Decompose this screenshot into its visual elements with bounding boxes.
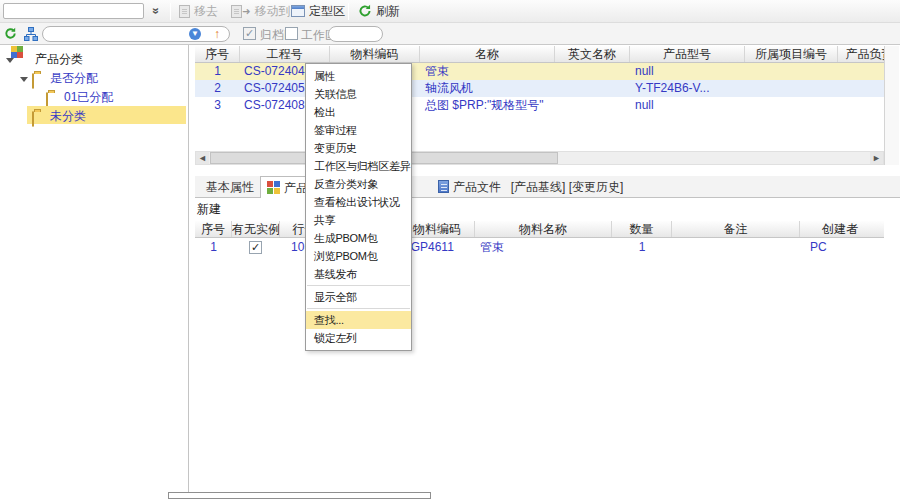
tree-node-unassigned[interactable]: 未分类: [0, 106, 189, 124]
table-row[interactable]: 1 CS-072404 管束 null: [195, 63, 884, 80]
menu-item-generate-pbom[interactable]: 生成PBOM包: [306, 229, 411, 247]
bom-col-remark[interactable]: 备注: [672, 221, 800, 238]
detail-tabbar: 基本属性 产品结构 产品文件 [产品基线] [变更历史]: [195, 176, 900, 198]
bom-cell-name: 管束: [480, 239, 504, 256]
refresh-icon: [358, 4, 372, 18]
menu-item-share[interactable]: 共享: [306, 211, 411, 229]
finalize-area-button[interactable]: 定型区: [288, 2, 348, 20]
finalize-label: 定型区: [309, 3, 345, 20]
remove-button[interactable]: 移去: [176, 2, 221, 20]
bom-row[interactable]: 1 ✓ 10 6GP4611 管束 1 PC: [195, 239, 884, 257]
archive-checkbox[interactable]: ✓: [243, 27, 256, 40]
bom-table-header: 序号 有无实例 行号 物料编码 物料名称 数量 备注 创建者: [195, 221, 884, 238]
menu-item-show-all[interactable]: 显示全部: [306, 288, 411, 306]
filter-input[interactable]: [328, 26, 383, 42]
search-up-icon[interactable]: ↑: [214, 27, 220, 41]
tree-root-label: 产品分类: [35, 51, 83, 68]
hierarchy-icon[interactable]: [24, 27, 38, 41]
filter-toolbar: ▼ ↑ ✓ 归档区 工作区: [0, 23, 900, 45]
table-row[interactable]: 3 CS-072408 总图 $PRP:"规格型号" null: [195, 97, 884, 114]
col-header-eng-no[interactable]: 工程号: [240, 46, 330, 63]
bom-cell-line: 10: [291, 239, 304, 256]
search-down-icon[interactable]: ▼: [189, 28, 201, 40]
instance-checkbox[interactable]: ✓: [249, 241, 262, 254]
file-icon: [438, 180, 449, 193]
remove-page-icon: [179, 5, 190, 18]
product-table-header: 序号 工程号 物料编码 名称 英文名称 产品型号 所属项目编号 产品负责人: [195, 46, 884, 63]
horizontal-scrollbar[interactable]: ◄ ►: [195, 151, 884, 165]
toolbar-separator: [348, 3, 349, 20]
scroll-left-icon[interactable]: ◄: [196, 152, 209, 164]
panel-splitter[interactable]: [188, 45, 189, 499]
col-header-name[interactable]: 名称: [420, 46, 555, 63]
menu-item-browse-pbom[interactable]: 浏览PBOM包: [306, 247, 411, 265]
tree-assigned-label: 01已分配: [64, 89, 113, 106]
tab-product-files[interactable]: 产品文件: [438, 176, 502, 198]
toolbar-combo-input[interactable]: [3, 3, 144, 19]
bom-cell-no: 1: [195, 239, 232, 256]
cell-eng-no: CS-072408: [244, 97, 305, 114]
menu-item-related-info[interactable]: 关联信息: [306, 85, 411, 103]
menu-item-checkout[interactable]: 检出: [306, 103, 411, 121]
menu-item-change-history[interactable]: 变更历史: [306, 139, 411, 157]
bom-col-creator[interactable]: 创建者: [800, 221, 880, 238]
new-button[interactable]: 新建: [197, 201, 221, 218]
menu-item-lock-left[interactable]: 锁定左列: [306, 329, 411, 347]
cell-model: Y-TF24B6-V...: [635, 80, 709, 97]
cell-no: 2: [195, 80, 240, 97]
col-header-en-name[interactable]: 英文名称: [555, 46, 630, 63]
tab-change-history[interactable]: [变更历史]: [566, 176, 626, 198]
finalize-window-icon: [291, 5, 305, 17]
vertical-scrollbar[interactable]: [884, 46, 899, 165]
menu-item-properties[interactable]: 属性: [306, 67, 411, 85]
bom-col-no[interactable]: 序号: [195, 221, 232, 238]
tree-search-input[interactable]: ▼ ↑: [42, 26, 230, 42]
tab-product-baseline[interactable]: [产品基线]: [508, 176, 568, 198]
menu-item-find[interactable]: 查找...: [306, 311, 411, 329]
cell-no: 1: [195, 63, 240, 80]
menu-item-baseline-release[interactable]: 基线发布: [306, 265, 411, 283]
tree-refresh-icon[interactable]: [4, 27, 17, 40]
bom-cell-creator: PC: [810, 239, 827, 256]
scroll-right-icon[interactable]: ►: [870, 152, 883, 164]
tree-unassigned-label: 未分类: [50, 108, 86, 125]
bom-cell-qty: 1: [612, 239, 672, 256]
move-to-button[interactable]: ➜ 移动到: [228, 2, 293, 20]
menu-item-approval[interactable]: 签审过程: [306, 121, 411, 139]
popup-window-edge: [168, 492, 431, 499]
cell-name: 轴流风机: [425, 80, 473, 97]
col-header-owner[interactable]: 产品负责人: [838, 46, 884, 63]
bom-col-instance[interactable]: 有无实例: [232, 221, 280, 238]
workspace-checkbox[interactable]: [285, 27, 298, 40]
tree-node-assigned[interactable]: 01已分配: [0, 87, 189, 105]
cell-eng-no: CS-072405: [244, 80, 305, 97]
tree-assign-label: 是否分配: [50, 70, 98, 87]
table-row[interactable]: 2 CS-072405 轴流风机 Y-TF24B6-V...: [195, 80, 884, 97]
category-grid-icon: [267, 181, 280, 194]
menu-separator: [307, 285, 410, 286]
col-header-model[interactable]: 产品型号: [630, 46, 745, 63]
cell-name: 管束: [425, 63, 449, 80]
move-to-icon: ➜: [231, 5, 250, 18]
tree-node-assign[interactable]: 是否分配: [0, 68, 189, 86]
tree-node-root[interactable]: 产品分类: [0, 49, 189, 67]
expand-arrow-icon[interactable]: [6, 58, 14, 63]
menu-item-workspace-diff[interactable]: 工作区与归档区差异: [306, 157, 411, 175]
tab-basic-props[interactable]: 基本属性: [200, 176, 260, 198]
collapse-chevron-icon[interactable]: «: [148, 3, 166, 19]
cell-model: null: [635, 97, 654, 114]
cell-no: 3: [195, 97, 240, 114]
col-header-no[interactable]: 序号: [195, 46, 240, 63]
expand-arrow-icon[interactable]: [20, 77, 28, 82]
cell-eng-no: CS-072404: [244, 63, 305, 80]
col-header-project[interactable]: 所属项目编号: [745, 46, 838, 63]
menu-item-reverse-lookup[interactable]: 反查分类对象: [306, 175, 411, 193]
refresh-button[interactable]: 刷新: [355, 2, 403, 20]
classification-tree-panel: 产品分类 是否分配 01已分配 未分类: [0, 45, 189, 499]
col-header-code[interactable]: 物料编码: [330, 46, 420, 63]
cell-name: 总图 $PRP:"规格型号": [425, 97, 544, 114]
bom-col-name[interactable]: 物料名称: [475, 221, 612, 238]
menu-item-checkout-status[interactable]: 查看检出设计状况: [306, 193, 411, 211]
bom-col-qty[interactable]: 数量: [612, 221, 672, 238]
main-toolbar: « 移去 ➜ 移动到 定型区 刷新: [0, 0, 900, 23]
